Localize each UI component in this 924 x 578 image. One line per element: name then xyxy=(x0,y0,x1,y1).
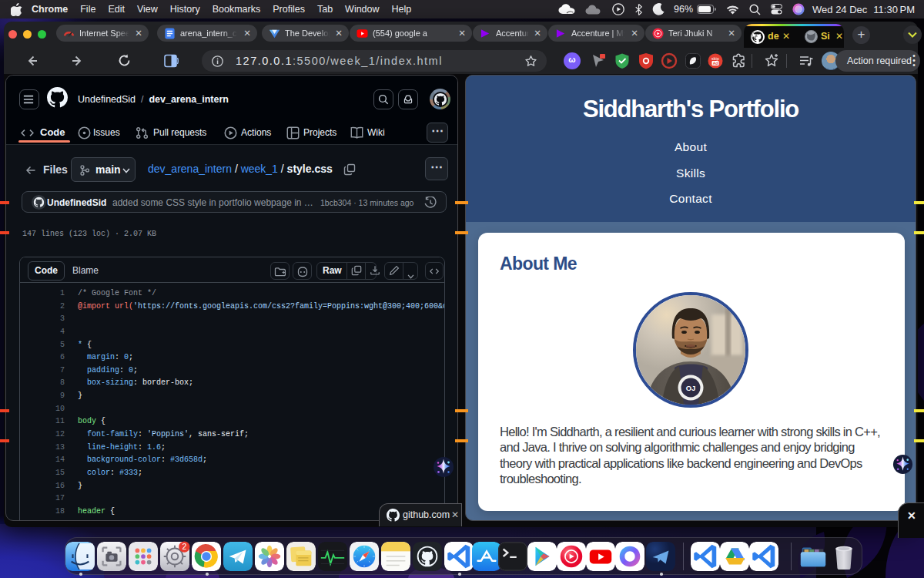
svg-text:OJ: OJ xyxy=(686,384,696,392)
svg-text:Ad: Ad xyxy=(713,61,718,66)
svg-text:2: 2 xyxy=(182,543,186,551)
svg-text:skip: skip xyxy=(711,56,719,61)
